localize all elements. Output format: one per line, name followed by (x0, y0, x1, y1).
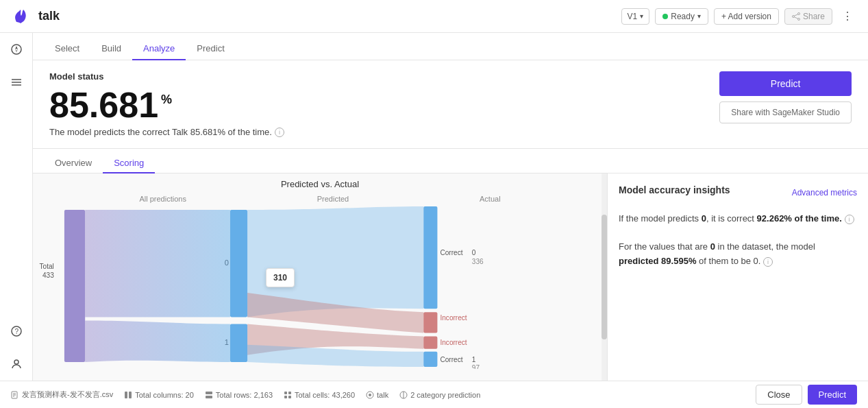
sagemaker-button[interactable]: Share with SageMaker Studio (719, 101, 852, 123)
svg-text:97: 97 (472, 364, 480, 369)
svg-rect-37 (125, 392, 127, 398)
chevron-down-icon: ▾ (697, 12, 701, 20)
accuracy-row: 85.681 % (49, 87, 704, 123)
meta-target: talk (366, 391, 388, 399)
svg-point-46 (369, 394, 371, 396)
svg-rect-39 (206, 392, 212, 394)
model-status-label: Model status (49, 71, 704, 82)
svg-rect-42 (288, 392, 291, 394)
svg-rect-41 (284, 392, 287, 394)
sidebar-user-icon[interactable] (5, 353, 27, 375)
model-status-section: Model status 85.681 % The model predicts… (33, 60, 868, 149)
svg-marker-7 (15, 49, 18, 53)
svg-rect-40 (206, 396, 212, 398)
svg-text:336: 336 (472, 258, 484, 265)
scroll-thumb (602, 215, 607, 339)
insights-title: Model accuracy insights (619, 184, 730, 195)
columns-icon (124, 391, 132, 399)
svg-text:Total: Total (39, 263, 53, 270)
svg-line-4 (794, 16, 797, 18)
insight-block-2: For the values that are 0 in the dataset… (619, 240, 857, 269)
app-title: talk (38, 9, 621, 23)
svg-text:0: 0 (472, 249, 476, 256)
tab-predict[interactable]: Predict (186, 38, 235, 60)
bottom-bar: 发言预测样表-发不发言.csv Total columns: 20 Total … (0, 381, 868, 408)
bottom-actions: Close Predict (756, 385, 857, 405)
predict-bottom-button[interactable]: Predict (808, 385, 857, 405)
version-badge[interactable]: V1 ▾ (621, 8, 650, 25)
bottom-meta: 发言预测样表-发不发言.csv Total columns: 20 Total … (11, 389, 480, 400)
sidebar-menu-icon[interactable] (5, 71, 27, 93)
tab-build[interactable]: Build (90, 38, 132, 60)
target-icon (366, 391, 374, 399)
share-icon (792, 12, 800, 21)
svg-rect-44 (288, 396, 291, 398)
accuracy-desc: The model predicts the correct Talk 85.6… (49, 127, 704, 137)
menu-icon (10, 76, 23, 88)
svg-text:433: 433 (42, 272, 54, 279)
sankey-container: Total 433 0 1 (33, 203, 607, 369)
close-button[interactable]: Close (756, 385, 802, 405)
svg-point-13 (14, 360, 18, 364)
svg-rect-22 (423, 312, 437, 333)
accuracy-percent: % (161, 93, 172, 107)
main-content: Select Build Analyze Predict Model statu… (33, 33, 868, 381)
meta-filename: 发言预测样表-发不发言.csv (11, 389, 113, 400)
content-area: ? Select Build Analyze Predict Model s (0, 33, 868, 381)
insights-header: Model accuracy insights Advanced metrics (619, 184, 857, 201)
col-all-predictions: All predictions (139, 195, 186, 203)
svg-rect-18 (230, 324, 247, 361)
sankey-tooltip: 310 (266, 268, 295, 287)
svg-text:1: 1 (472, 356, 476, 363)
tab-analyze[interactable]: Analyze (132, 38, 186, 60)
svg-text:Correct: Correct (440, 356, 462, 363)
rows-icon (205, 391, 213, 399)
insights-panel: Model accuracy insights Advanced metrics… (608, 173, 868, 381)
svg-rect-23 (423, 337, 437, 349)
predict-button[interactable]: Predict (719, 71, 852, 96)
add-version-button[interactable]: + Add version (714, 8, 779, 25)
chart-insights-area: Predicted vs. Actual All predictions Pre… (33, 173, 868, 381)
info-icon-2[interactable]: i (763, 257, 773, 267)
predict-section: Predict Share with SageMaker Studio (719, 71, 852, 123)
svg-rect-17 (230, 210, 247, 317)
svg-line-3 (794, 14, 797, 15)
svg-point-0 (797, 12, 799, 14)
col-predicted: Predicted (317, 195, 349, 203)
svg-rect-14 (64, 210, 85, 362)
tab-scoring[interactable]: Scoring (103, 154, 155, 173)
ready-badge[interactable]: Ready ▾ (655, 8, 708, 25)
nav-tabs: Select Build Analyze Predict (33, 33, 868, 60)
more-button[interactable]: ⋮ (838, 7, 857, 26)
svg-point-1 (797, 18, 799, 20)
svg-text:Incorrect: Incorrect (440, 339, 467, 346)
meta-rows: Total rows: 2,163 (205, 391, 273, 399)
svg-text:?: ? (14, 328, 18, 335)
app-logo (11, 7, 30, 26)
sidebar-help-icon[interactable]: ? (5, 320, 27, 342)
chevron-down-icon: ▾ (640, 12, 643, 20)
info-icon[interactable]: i (275, 128, 284, 137)
sankey-svg: Total 433 0 1 (33, 203, 607, 369)
share-button[interactable]: Share (784, 8, 832, 25)
tab-select[interactable]: Select (44, 38, 90, 60)
svg-rect-38 (129, 392, 132, 398)
chart-scrollbar[interactable] (602, 173, 607, 381)
svg-text:Incorrect: Incorrect (440, 314, 467, 322)
cells-icon (284, 391, 292, 399)
file-icon (11, 391, 19, 399)
info-icon-1[interactable]: i (845, 215, 854, 224)
top-bar-right: V1 ▾ Ready ▾ + Add version Share ⋮ (621, 7, 857, 26)
advanced-metrics-link[interactable]: Advanced metrics (792, 188, 857, 197)
meta-cells: Total cells: 43,260 (284, 391, 355, 399)
top-bar: talk V1 ▾ Ready ▾ + Add version (0, 0, 868, 33)
accuracy-number: 85.681 (49, 87, 158, 123)
meta-columns: Total columns: 20 (124, 391, 194, 399)
svg-rect-24 (423, 352, 437, 367)
compass-icon (10, 43, 23, 56)
chart-columns: All predictions Predicted Actual (33, 195, 607, 203)
meta-category: 2 category prediction (399, 391, 480, 399)
sidebar-nav-icon[interactable] (5, 38, 27, 60)
tab-overview[interactable]: Overview (44, 154, 103, 173)
svg-rect-43 (284, 396, 287, 398)
